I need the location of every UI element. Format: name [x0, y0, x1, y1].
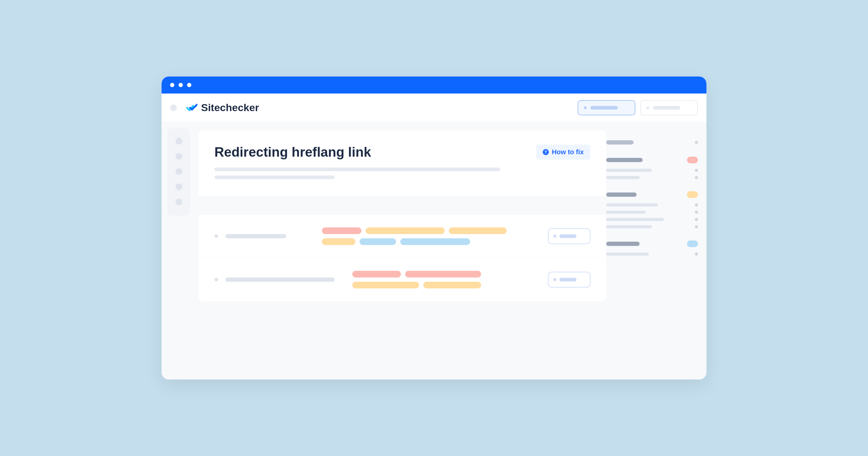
page-title: Redirecting hreflang link: [214, 144, 371, 160]
status-dot: [695, 141, 698, 144]
description-placeholder: [214, 175, 335, 179]
menu-toggle[interactable]: [170, 104, 177, 111]
tag-pill: [322, 238, 355, 245]
tag-pill: [405, 271, 481, 278]
summary-row[interactable]: [606, 218, 698, 221]
how-to-fix-button[interactable]: ? How to fix: [536, 144, 590, 160]
section-heading-placeholder: [606, 242, 640, 246]
section-heading-placeholder: [606, 140, 633, 144]
row-action-button[interactable]: [548, 228, 590, 244]
how-to-fix-label: How to fix: [552, 148, 584, 156]
tag-pill: [423, 282, 481, 288]
section-divider: [198, 196, 606, 214]
summary-row[interactable]: [606, 211, 698, 214]
tag-pill: [352, 271, 401, 278]
app-window: Sitechecker Redirecting hreflang link: [162, 76, 706, 380]
app-body: Redirecting hreflang link ? How to fix: [162, 122, 706, 380]
summary-section: [606, 140, 698, 144]
severity-chip-critical: [687, 157, 698, 163]
description-placeholder: [214, 168, 500, 171]
tag-pill: [360, 238, 396, 245]
row-url-placeholder: [225, 278, 335, 282]
tag-pill: [400, 238, 470, 245]
app-header: Sitechecker: [162, 94, 706, 122]
summary-row[interactable]: [606, 225, 698, 228]
window-control-minimize[interactable]: [179, 83, 183, 87]
tag-pill: [352, 282, 419, 288]
issue-row: [198, 258, 606, 301]
window-control-close[interactable]: [170, 83, 174, 87]
sidebar-item[interactable]: [176, 168, 182, 175]
section-heading-placeholder: [606, 193, 637, 197]
issue-panel: Redirecting hreflang link ? How to fix: [198, 131, 606, 301]
summary-row[interactable]: [606, 253, 698, 256]
sidebar-item[interactable]: [176, 183, 182, 190]
summary-section: [606, 157, 698, 179]
row-bullet: [214, 278, 218, 282]
summary-row[interactable]: [606, 176, 698, 179]
sidebar-nav: [168, 128, 190, 216]
severity-chip-warning: [687, 191, 698, 198]
summary-row[interactable]: [606, 203, 698, 206]
window-titlebar: [162, 76, 706, 94]
header-action-secondary[interactable]: [640, 100, 698, 116]
sidebar-item[interactable]: [176, 138, 182, 144]
row-url-placeholder: [225, 234, 286, 238]
issue-row: [198, 214, 606, 258]
summary-sidebar: [606, 122, 706, 380]
summary-row[interactable]: [606, 169, 698, 172]
summary-section: [606, 191, 698, 228]
severity-chip-notice: [687, 240, 698, 247]
help-icon: ?: [543, 149, 549, 155]
brand-logo[interactable]: Sitechecker: [186, 102, 259, 113]
row-bullet: [214, 234, 218, 238]
tag-pill: [322, 227, 362, 234]
row-tags: [352, 271, 540, 288]
row-action-button[interactable]: [548, 272, 590, 288]
main-content: Redirecting hreflang link ? How to fix: [190, 122, 606, 380]
panel-header: Redirecting hreflang link ? How to fix: [198, 131, 606, 196]
tag-pill: [449, 227, 506, 234]
header-action-primary[interactable]: [578, 100, 636, 116]
row-tags: [322, 227, 540, 245]
checkmark-icon: [186, 103, 197, 112]
summary-section: [606, 240, 698, 256]
tag-pill: [366, 227, 445, 234]
sidebar-item[interactable]: [176, 199, 182, 205]
window-control-maximize[interactable]: [187, 83, 191, 87]
section-heading-placeholder: [606, 158, 643, 162]
sidebar-item[interactable]: [176, 153, 182, 160]
brand-name: Sitechecker: [201, 102, 259, 113]
